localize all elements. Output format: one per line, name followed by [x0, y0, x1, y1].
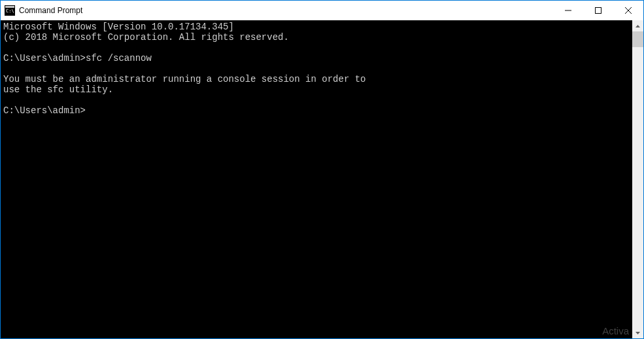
error-message-line1: You must be an administrator running a c…: [3, 74, 366, 84]
svg-marker-8: [636, 332, 640, 334]
svg-text:C:\: C:\: [6, 9, 14, 14]
minimize-button[interactable]: [553, 1, 583, 20]
command-prompt-window: C:\ Command Prompt Micr: [0, 0, 644, 339]
maximize-button[interactable]: [583, 1, 613, 20]
command-input: sfc /scannow: [86, 53, 152, 63]
version-line: Microsoft Windows [Version 10.0.17134.34…: [3, 22, 234, 32]
close-icon: [625, 7, 632, 14]
scroll-up-arrow-icon[interactable]: [632, 20, 643, 31]
svg-rect-1: [5, 6, 14, 8]
titlebar[interactable]: C:\ Command Prompt: [1, 1, 643, 20]
vertical-scrollbar[interactable]: [632, 20, 643, 338]
close-button[interactable]: [613, 1, 643, 20]
minimize-icon: [565, 7, 571, 14]
maximize-icon: [595, 7, 602, 14]
scroll-thumb[interactable]: [632, 31, 643, 47]
copyright-line: (c) 2018 Microsoft Corporation. All righ…: [3, 32, 289, 43]
svg-marker-7: [636, 25, 640, 27]
console-area: Microsoft Windows [Version 10.0.17134.34…: [1, 20, 643, 338]
prompt-path: C:\Users\admin>: [3, 105, 86, 116]
scroll-track[interactable]: [632, 31, 643, 327]
window-controls: [553, 1, 643, 20]
svg-rect-4: [596, 8, 602, 14]
console-output[interactable]: Microsoft Windows [Version 10.0.17134.34…: [1, 20, 632, 338]
window-title: Command Prompt: [19, 6, 553, 15]
error-message-line2: use the sfc utility.: [3, 84, 113, 95]
scroll-down-arrow-icon[interactable]: [632, 327, 643, 338]
cmd-icon: C:\: [5, 5, 15, 16]
prompt-path: C:\Users\admin>: [3, 53, 86, 63]
